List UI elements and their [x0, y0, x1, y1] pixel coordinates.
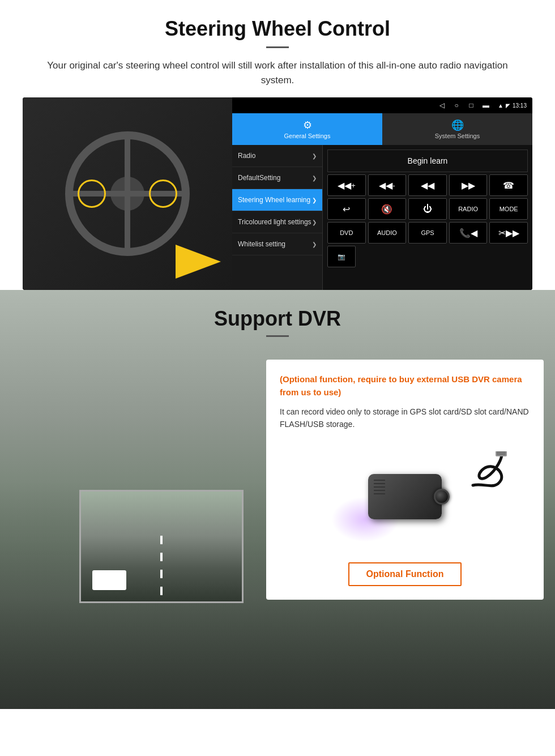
steering-title: Steering Wheel Control	[23, 17, 532, 41]
btn-mute[interactable]: 🔇	[368, 198, 407, 220]
btn-next[interactable]: ▶▶	[449, 174, 488, 196]
android-tabs: ⚙ General Settings 🌐 System Settings	[232, 113, 532, 145]
arrow-overlay	[176, 245, 221, 279]
chevron-icon-5: ❯	[312, 241, 317, 247]
sw-circle-left	[78, 180, 106, 208]
signal-icon: ▲	[498, 102, 503, 109]
back-icon: ◁	[437, 100, 447, 110]
steering-section: Steering Wheel Control Your original car…	[0, 0, 555, 290]
steering-wheel	[65, 131, 190, 256]
btn-radio[interactable]: RADIO	[449, 198, 488, 220]
android-panel: Begin learn ◀◀+ ◀◀- ◀◀ ▶▶ ☎ ↩ 🔇 ⏻	[323, 145, 532, 290]
android-statusbar: ◁ ○ □ ▬ ▲ ◤ 13:13	[232, 97, 532, 113]
wifi-icon: ◤	[506, 102, 510, 109]
steering-subtitle: Your original car's steering wheel contr…	[45, 58, 510, 87]
btn-camera[interactable]: 📷	[327, 246, 356, 267]
menu-item-defaultsetting-label: DefaultSetting	[238, 174, 280, 182]
menu-item-radio[interactable]: Radio ❯	[232, 145, 322, 167]
recents-icon: □	[466, 100, 476, 110]
panel-single-row4: 📷	[327, 246, 528, 267]
thumbnail-road	[81, 492, 242, 601]
sw-circle-right	[149, 180, 177, 208]
dvr-optional-text: (Optional function, require to buy exter…	[280, 373, 530, 399]
cast-icon: ▬	[481, 100, 491, 110]
dvr-section: Support DVR (Optional function, require …	[0, 290, 555, 709]
dvr-title-divider	[266, 335, 289, 337]
menu-item-defaultsetting[interactable]: DefaultSetting ❯	[232, 167, 322, 189]
tab-system-label: System Settings	[435, 133, 480, 139]
android-content: Radio ❯ DefaultSetting ❯ Steering Wheel …	[232, 145, 532, 290]
steering-demo: ◁ ○ □ ▬ ▲ ◤ 13:13 ⚙ General Settings	[23, 97, 532, 290]
dvr-content: Support DVR (Optional function, require …	[0, 290, 555, 694]
menu-item-whitelist[interactable]: Whitelist setting ❯	[232, 233, 322, 255]
chevron-icon: ❯	[312, 153, 317, 159]
panel-grid-row3: DVD AUDIO GPS 📞◀ ✂▶▶	[327, 222, 528, 244]
btn-audio[interactable]: AUDIO	[368, 222, 407, 244]
menu-item-steering-label: Steering Wheel learning	[238, 196, 310, 204]
dvr-main: (Optional function, require to buy exter…	[0, 354, 555, 694]
btn-call-prev[interactable]: 📞◀	[449, 222, 488, 244]
globe-icon: 🌐	[451, 119, 464, 131]
btn-vol-down[interactable]: ◀◀-	[368, 174, 407, 196]
spoke-vertical	[125, 139, 130, 248]
dvr-desc-text: It can record video only to storage in G…	[280, 405, 530, 431]
dvr-title: Support DVR	[0, 307, 555, 331]
dvr-camera-image	[280, 440, 530, 553]
panel-grid-row2: ↩ 🔇 ⏻ RADIO MODE	[327, 198, 528, 220]
tab-system[interactable]: 🌐 System Settings	[382, 113, 532, 145]
menu-item-tricoloured[interactable]: Tricoloured light settings ❯	[232, 211, 322, 233]
menu-item-tricoloured-label: Tricoloured light settings	[238, 218, 311, 226]
chevron-icon-3: ❯	[312, 197, 317, 203]
dvr-thumbnail	[79, 490, 244, 603]
btn-vol-up[interactable]: ◀◀+	[327, 174, 366, 196]
dvr-left	[0, 354, 266, 694]
status-icons: ▲ ◤ 13:13	[498, 102, 527, 109]
optional-btn-container: Optional Function	[280, 562, 530, 586]
arrow-shape	[176, 245, 221, 279]
android-ui-panel: ◁ ○ □ ▬ ▲ ◤ 13:13 ⚙ General Settings	[232, 97, 532, 290]
begin-learn-text: Begin learn	[408, 156, 448, 165]
tab-general-label: General Settings	[284, 133, 331, 139]
menu-item-whitelist-label: Whitelist setting	[238, 240, 285, 248]
btn-power[interactable]: ⏻	[408, 198, 447, 220]
btn-dvd[interactable]: DVD	[327, 222, 366, 244]
cam-vents	[374, 480, 385, 494]
tab-general[interactable]: ⚙ General Settings	[232, 113, 382, 145]
dvr-right: (Optional function, require to buy exter…	[266, 354, 555, 694]
menu-item-steering[interactable]: Steering Wheel learning ❯	[232, 189, 322, 211]
btn-call-next[interactable]: ✂▶▶	[489, 222, 528, 244]
btn-mode[interactable]: MODE	[489, 198, 528, 220]
cam-lens	[434, 489, 450, 505]
home-icon: ○	[451, 100, 462, 110]
gear-icon: ⚙	[303, 119, 312, 131]
btn-back-call[interactable]: ↩	[327, 198, 366, 220]
begin-learn-area: Begin learn	[327, 150, 528, 172]
svg-rect-1	[497, 451, 506, 455]
steering-image-area	[23, 97, 232, 290]
menu-item-radio-label: Radio	[238, 152, 255, 160]
title-divider	[266, 46, 289, 48]
btn-prev[interactable]: ◀◀	[408, 174, 447, 196]
panel-grid-row1: ◀◀+ ◀◀- ◀◀ ▶▶ ☎	[327, 174, 528, 196]
chevron-icon-2: ❯	[312, 175, 317, 181]
chevron-icon-4: ❯	[312, 219, 317, 225]
android-menu: Radio ❯ DefaultSetting ❯ Steering Wheel …	[232, 145, 323, 290]
cam-body	[368, 474, 442, 519]
btn-gps[interactable]: GPS	[408, 222, 447, 244]
nav-icons: ◁ ○ □ ▬	[433, 100, 494, 110]
btn-call[interactable]: ☎	[489, 174, 528, 196]
thumbnail-car	[92, 570, 126, 590]
dvr-title-area: Support DVR	[0, 290, 555, 343]
optional-function-button[interactable]: Optional Function	[348, 562, 462, 586]
dvr-info-box: (Optional function, require to buy exter…	[266, 360, 544, 600]
time-display: 13:13	[513, 102, 527, 109]
